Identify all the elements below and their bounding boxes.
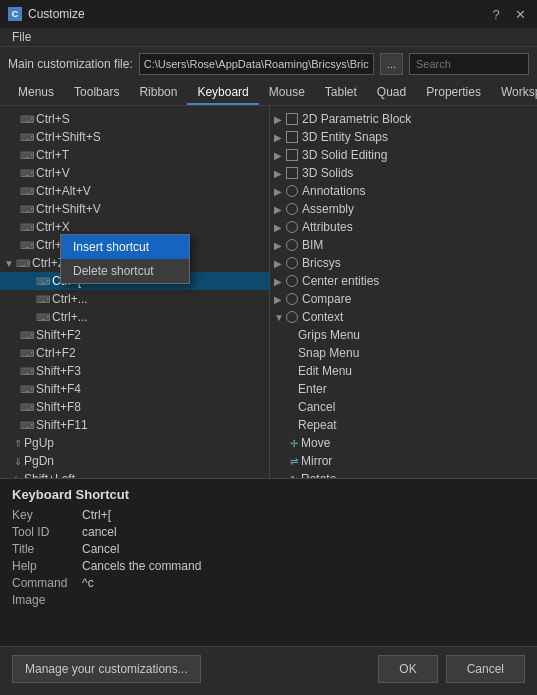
tree-item-shift-f11[interactable]: ⌨ Shift+F11 bbox=[0, 416, 269, 434]
manage-button[interactable]: Manage your customizations... bbox=[12, 655, 201, 683]
tab-properties[interactable]: Properties bbox=[416, 81, 491, 105]
tree-item-ctrl-shift-v[interactable]: ⌨ Ctrl+Shift+V bbox=[0, 200, 269, 218]
search-input[interactable] bbox=[409, 53, 529, 75]
rtree-item-grips[interactable]: Grips Menu bbox=[270, 326, 537, 344]
tab-mouse[interactable]: Mouse bbox=[259, 81, 315, 105]
key-icon: ⌨ bbox=[20, 238, 34, 252]
info-row-key: Key Ctrl+[ bbox=[12, 508, 525, 522]
delete-shortcut-item[interactable]: Delete shortcut bbox=[61, 259, 189, 283]
key-icon: ⌨ bbox=[20, 418, 34, 432]
expand-icon: ▶ bbox=[274, 114, 286, 125]
expand-icon: ▶ bbox=[274, 168, 286, 179]
rtree-item-compare[interactable]: ▶ Compare bbox=[270, 290, 537, 308]
expand-icon: ▶ bbox=[274, 294, 286, 305]
tree-item-shift-f2[interactable]: ⌨ Shift+F2 bbox=[0, 326, 269, 344]
tree-item-ctrl-f2[interactable]: ⌨ Ctrl+F2 bbox=[0, 344, 269, 362]
tree-item-pgdn[interactable]: ⇓ PgDn bbox=[0, 452, 269, 470]
rtree-item-assembly[interactable]: ▶ Assembly bbox=[270, 200, 537, 218]
right-panel: ▶ 2D Parametric Block ▶ 3D Entity Snaps … bbox=[270, 106, 537, 478]
rtree-item-context[interactable]: ▼ Context bbox=[270, 308, 537, 326]
file-path-input[interactable] bbox=[139, 53, 374, 75]
key-icon: ⌨ bbox=[20, 382, 34, 396]
tree-item-shift-f3[interactable]: ⌨ Shift+F3 bbox=[0, 362, 269, 380]
expand-icon: ▶ bbox=[274, 204, 286, 215]
key-icon: ⌨ bbox=[20, 130, 34, 144]
tab-tablet[interactable]: Tablet bbox=[315, 81, 367, 105]
pgdn-icon: ⇓ bbox=[14, 456, 22, 467]
ok-button[interactable]: OK bbox=[378, 655, 437, 683]
key-icon: ⌨ bbox=[20, 166, 34, 180]
tree-item-ctrl-shift-s[interactable]: ⌨ Ctrl+Shift+S bbox=[0, 128, 269, 146]
app-icon: C bbox=[8, 7, 22, 21]
info-label-command: Command bbox=[12, 576, 82, 590]
tree-item-pgup[interactable]: ⇑ PgUp bbox=[0, 434, 269, 452]
info-row-image: Image bbox=[12, 593, 525, 607]
expand-icon-context: ▼ bbox=[274, 312, 286, 323]
tree-item-shift-left[interactable]: ⇇ Shift+Left bbox=[0, 470, 269, 478]
insert-shortcut-item[interactable]: Insert shortcut bbox=[61, 235, 189, 259]
tree-item-shift-f4[interactable]: ⌨ Shift+F4 bbox=[0, 380, 269, 398]
tree-item-ctrl-c2[interactable]: ⌨ Ctrl+... bbox=[0, 308, 269, 326]
help-button[interactable]: ? bbox=[487, 5, 505, 23]
key-icon: ⌨ bbox=[20, 346, 34, 360]
expand-icon: ▶ bbox=[274, 258, 286, 269]
info-value-help: Cancels the command bbox=[82, 559, 201, 573]
rtree-item-3d-solid-edit[interactable]: ▶ 3D Solid Editing bbox=[270, 146, 537, 164]
tree-item-ctrl-c1[interactable]: ⌨ Ctrl+... bbox=[0, 290, 269, 308]
context-menu: Insert shortcut Delete shortcut bbox=[60, 234, 190, 284]
info-label-image: Image bbox=[12, 593, 82, 607]
tab-menus[interactable]: Menus bbox=[8, 81, 64, 105]
rtree-item-move[interactable]: ✛ Move bbox=[270, 434, 537, 452]
expand-icon: ▶ bbox=[274, 276, 286, 287]
key-icon: ⌨ bbox=[36, 274, 50, 288]
tree-item-ctrl-t[interactable]: ⌨ Ctrl+T bbox=[0, 146, 269, 164]
rtree-item-rotate[interactable]: ↻ Rotate bbox=[270, 470, 537, 478]
square-icon bbox=[286, 131, 298, 143]
tab-quad[interactable]: Quad bbox=[367, 81, 416, 105]
rtree-item-center[interactable]: ▶ Center entities bbox=[270, 272, 537, 290]
file-menu[interactable]: File bbox=[8, 28, 35, 46]
rtree-item-bricsys[interactable]: ▶ Bricsys bbox=[270, 254, 537, 272]
tab-toolbars[interactable]: Toolbars bbox=[64, 81, 129, 105]
key-icon: ⌨ bbox=[20, 364, 34, 378]
browse-button[interactable]: ... bbox=[380, 53, 403, 75]
rtree-item-annotations[interactable]: ▶ Annotations bbox=[270, 182, 537, 200]
key-icon: ⌨ bbox=[16, 256, 30, 270]
cancel-button[interactable]: Cancel bbox=[446, 655, 525, 683]
rtree-item-2d-param[interactable]: ▶ 2D Parametric Block bbox=[270, 110, 537, 128]
info-value-key: Ctrl+[ bbox=[82, 508, 111, 522]
rtree-item-bim[interactable]: ▶ BIM bbox=[270, 236, 537, 254]
rtree-item-repeat[interactable]: Repeat bbox=[270, 416, 537, 434]
tab-keyboard[interactable]: Keyboard bbox=[187, 81, 258, 105]
title-bar: C Customize ? ✕ bbox=[0, 0, 537, 28]
square-icon bbox=[286, 167, 298, 179]
close-button[interactable]: ✕ bbox=[511, 5, 529, 23]
tabs-row: Menus Toolbars Ribbon Keyboard Mouse Tab… bbox=[0, 81, 537, 106]
file-row: Main customization file: ... bbox=[0, 47, 537, 81]
pgup-icon: ⇑ bbox=[14, 438, 22, 449]
shift-left-icon: ⇇ bbox=[14, 474, 22, 479]
rtree-item-edit-menu[interactable]: Edit Menu bbox=[270, 362, 537, 380]
tab-ribbon[interactable]: Ribbon bbox=[129, 81, 187, 105]
rtree-item-mirror[interactable]: ⇌ Mirror bbox=[270, 452, 537, 470]
rtree-item-attributes[interactable]: ▶ Attributes bbox=[270, 218, 537, 236]
tree-item-ctrl-alt-v[interactable]: ⌨ Ctrl+Alt+V bbox=[0, 182, 269, 200]
tree-item-ctrl-s[interactable]: ⌨ Ctrl+S bbox=[0, 110, 269, 128]
rtree-item-cancel[interactable]: Cancel bbox=[270, 398, 537, 416]
key-icon: ⌨ bbox=[20, 400, 34, 414]
rtree-item-enter[interactable]: Enter bbox=[270, 380, 537, 398]
tree-item-shift-f8[interactable]: ⌨ Shift+F8 bbox=[0, 398, 269, 416]
info-panel: Keyboard Shortcut Key Ctrl+[ Tool ID can… bbox=[0, 478, 537, 646]
expand-icon: ▶ bbox=[274, 222, 286, 233]
key-icon: ⌨ bbox=[20, 220, 34, 234]
rtree-item-3d-entity[interactable]: ▶ 3D Entity Snaps bbox=[270, 128, 537, 146]
rtree-item-snap[interactable]: Snap Menu bbox=[270, 344, 537, 362]
right-panel-scroll[interactable]: ▶ 2D Parametric Block ▶ 3D Entity Snaps … bbox=[270, 106, 537, 478]
mirror-icon: ⇌ bbox=[290, 456, 298, 467]
tree-item-ctrl-v[interactable]: ⌨ Ctrl+V bbox=[0, 164, 269, 182]
key-icon: ⌨ bbox=[20, 112, 34, 126]
file-label: Main customization file: bbox=[8, 57, 133, 71]
left-panel-scroll[interactable]: ⌨ Ctrl+S ⌨ Ctrl+Shift+S ⌨ Ctrl+T ⌨ Ctrl+… bbox=[0, 106, 269, 478]
rtree-item-3d-solids[interactable]: ▶ 3D Solids bbox=[270, 164, 537, 182]
tab-workspaces[interactable]: Workspaces bbox=[491, 81, 537, 105]
